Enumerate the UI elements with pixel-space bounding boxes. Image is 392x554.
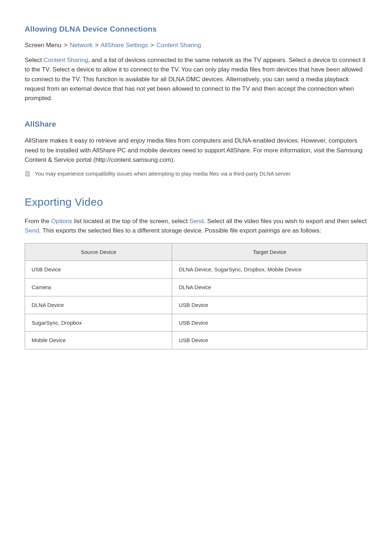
table-row: USB Device DLNA Device, SugarSync, Dropb… xyxy=(25,261,367,279)
table-row: DLNA Device USB Device xyxy=(25,296,367,314)
breadcrumb: Screen Menu > Network > AllShare Setting… xyxy=(25,41,367,50)
breadcrumb-sep: > xyxy=(64,42,68,49)
send-link[interactable]: Send xyxy=(189,218,204,225)
breadcrumb-link-network[interactable]: Network xyxy=(70,42,93,49)
body-text-fragment: . This exports the selected files to a d… xyxy=(39,227,321,234)
breadcrumb-sep: > xyxy=(151,42,154,49)
send-link[interactable]: Send xyxy=(25,227,39,234)
table-cell-target: DLNA Device xyxy=(172,279,367,296)
main-heading: Exporting Video xyxy=(25,194,367,210)
table-row: Camera DLNA Device xyxy=(25,279,367,296)
table-header-source: Source Device xyxy=(25,243,172,261)
table-header-target: Target Device xyxy=(172,243,367,261)
breadcrumb-link-content-sharing[interactable]: Content Sharing xyxy=(156,42,201,49)
body-text-fragment: Select xyxy=(25,57,44,63)
export-pairings-table: Source Device Target Device USB Device D… xyxy=(25,243,367,350)
content-sharing-link[interactable]: Content Sharing xyxy=(44,57,88,63)
section-body: AllShare makes it easy to retrieve and e… xyxy=(25,136,367,165)
breadcrumb-sep: > xyxy=(95,42,99,49)
section-exporting-video: Exporting Video From the Options list lo… xyxy=(25,194,367,349)
section-allshare: AllShare AllShare makes it easy to retri… xyxy=(25,119,367,179)
table-row: Mobile Device USB Device xyxy=(25,332,367,349)
table-cell-source: SugarSync, Dropbox xyxy=(25,314,172,332)
table-cell-source: Camera xyxy=(25,279,172,296)
body-text-fragment: list located at the top of the screen, s… xyxy=(72,218,189,225)
body-text-fragment: From the xyxy=(25,218,51,225)
breadcrumb-link-allshare-settings[interactable]: AllShare Settings xyxy=(101,42,148,49)
table-cell-source: Mobile Device xyxy=(25,332,172,349)
options-link[interactable]: Options xyxy=(51,218,73,225)
section-heading: Allowing DLNA Device Connections xyxy=(25,24,367,34)
note-row: You may experience compatibility issues … xyxy=(25,170,367,179)
table-row: SugarSync, Dropbox USB Device xyxy=(25,314,367,332)
table-cell-target: USB Device xyxy=(172,314,367,332)
note-icon xyxy=(25,171,30,179)
table-header-row: Source Device Target Device xyxy=(25,243,367,261)
section-body: Select Content Sharing, and a list of de… xyxy=(25,56,367,103)
body-text-fragment: . Select all the video files you wish to… xyxy=(204,218,367,225)
table-cell-source: DLNA Device xyxy=(25,296,172,314)
breadcrumb-prefix: Screen Menu xyxy=(25,42,61,49)
section-heading: AllShare xyxy=(25,119,367,130)
table-cell-target: USB Device xyxy=(172,332,367,349)
section-dlna-connections: Allowing DLNA Device Connections Screen … xyxy=(25,24,367,103)
table-cell-target: USB Device xyxy=(172,296,367,314)
section-body: From the Options list located at the top… xyxy=(25,217,367,236)
note-text: You may experience compatibility issues … xyxy=(35,170,291,178)
table-cell-target: DLNA Device, SugarSync, Dropbox, Mobile … xyxy=(172,261,367,279)
table-cell-source: USB Device xyxy=(25,261,172,279)
